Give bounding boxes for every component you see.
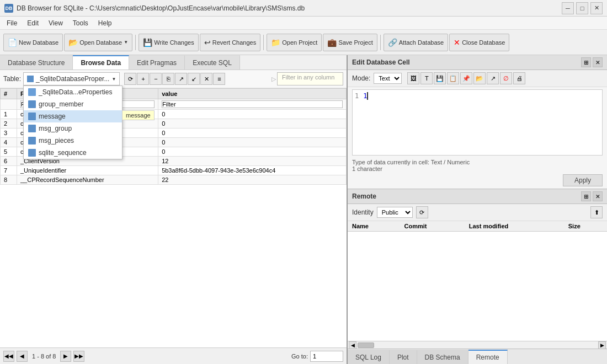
menu-view[interactable]: View — [44, 18, 67, 28]
import-icon[interactable]: ↙ — [188, 73, 200, 85]
dropdown-item-1[interactable]: group_member — [24, 98, 122, 110]
tab-browse-data[interactable]: Browse Data — [73, 55, 129, 69]
maximize-button[interactable]: □ — [576, 2, 588, 14]
edit-cell-close-button[interactable]: ✕ — [593, 57, 603, 67]
minimize-button[interactable]: ─ — [562, 2, 574, 14]
mode-select[interactable]: Text — [374, 73, 402, 84]
edit-cell-restore-button[interactable]: ⊞ — [581, 57, 591, 67]
last-page-button[interactable]: ▶▶ — [73, 351, 84, 362]
delete-row-icon[interactable]: − — [150, 73, 162, 85]
remote-header: Remote ⊞ ✕ — [348, 189, 607, 204]
scroll-left-button[interactable]: ◀ — [349, 341, 356, 349]
tab-remote[interactable]: Remote — [468, 350, 508, 364]
menu-edit[interactable]: Edit — [23, 18, 43, 28]
filter-row-num — [1, 99, 17, 110]
remote-col-name: Name — [348, 221, 400, 232]
export-icon[interactable]: ↗ — [175, 73, 187, 85]
tab-db-schema[interactable]: DB Schema — [417, 350, 468, 364]
mode-icon-print[interactable]: 🖨 — [513, 72, 525, 84]
revert-changes-button[interactable]: ↩ Revert Changes — [200, 34, 261, 51]
open-db-chevron[interactable]: ▼ — [124, 40, 128, 45]
remote-close-button[interactable]: ✕ — [593, 191, 603, 201]
row-num: 6 — [1, 157, 17, 166]
refresh-table-icon[interactable]: ⟳ — [124, 73, 136, 85]
prev-page-button[interactable]: ◀ — [17, 351, 28, 362]
mode-icon-save[interactable]: 💾 — [434, 72, 446, 84]
table-row: 7 _UniqueIdentifier 5b3a8f6d-5dbb-4097-9… — [1, 166, 347, 175]
dropdown-item-5[interactable]: sqlite_sequence — [24, 147, 122, 159]
mode-icon-img[interactable]: 🖼 — [407, 72, 419, 84]
row-num: 1 — [1, 110, 17, 119]
mode-icon-text[interactable]: T — [420, 72, 433, 84]
tab-execute-sql[interactable]: Execute SQL — [185, 55, 240, 69]
open-database-button[interactable]: 📂 Open Database ▼ — [64, 34, 132, 51]
filter-arrow-icon: ▷ — [271, 76, 276, 83]
row-val: 0 — [158, 138, 347, 147]
tab-edit-pragmas[interactable]: Edit Pragmas — [129, 55, 185, 69]
new-database-button[interactable]: 📄 New Database — [3, 34, 63, 51]
next-page-button[interactable]: ▶ — [60, 351, 71, 362]
dropdown-item-3[interactable]: msg_group — [24, 122, 122, 135]
filter-input[interactable]: Filter in any column — [277, 72, 343, 85]
tab-sql-log[interactable]: SQL Log — [348, 350, 390, 364]
cell-editor[interactable]: 1 1 — [352, 89, 603, 156]
write-changes-button[interactable]: 💾 Write Changes — [139, 34, 199, 51]
identity-select[interactable]: Public Private — [377, 207, 413, 218]
col-header-num: # — [1, 89, 17, 99]
dup-row-icon[interactable]: ⎘ — [162, 73, 174, 85]
mode-icon-paste[interactable]: 📌 — [460, 72, 472, 84]
remote-col-modified: Last modified — [465, 221, 564, 232]
tab-plot[interactable]: Plot — [390, 350, 417, 364]
identity-refresh-button[interactable]: ⟳ — [416, 206, 428, 218]
mode-icon-null[interactable]: ∅ — [500, 72, 512, 84]
scroll-thumb[interactable] — [358, 342, 374, 348]
remote-table-header: Name Commit Last modified Size — [348, 221, 607, 232]
dropdown-item-label-1: group_member — [39, 100, 83, 108]
goto-input[interactable] — [310, 351, 343, 362]
titlebar-left: DB DB Browser for SQLite - C:\Users\cmna… — [4, 4, 305, 13]
scroll-right-button[interactable]: ▶ — [598, 341, 606, 349]
menu-file[interactable]: File — [2, 18, 22, 28]
app-icon: DB — [4, 4, 13, 13]
titlebar: DB DB Browser for SQLite - C:\Users\cmna… — [0, 0, 607, 17]
remote-restore-button[interactable]: ⊞ — [581, 191, 591, 201]
dropdown-item-4[interactable]: msg_pieces — [24, 135, 122, 147]
remote-table-container: Name Commit Last modified Size — [348, 221, 607, 341]
mode-icon-copy[interactable]: 📋 — [447, 72, 459, 84]
first-page-button[interactable]: ◀◀ — [3, 351, 14, 362]
row-num: 7 — [1, 166, 17, 175]
dropdown-item-0[interactable]: _SqliteData...eProperties — [24, 86, 122, 98]
identity-row: Identity Public Private ⟳ ⬆ — [348, 204, 607, 221]
mode-icon-export[interactable]: ↗ — [487, 72, 499, 84]
filter-val-input[interactable] — [162, 100, 343, 108]
table-dropdown-button[interactable]: _SqliteDatabaseProper... ▼ — [23, 72, 120, 85]
save-proj-label: Save Project — [338, 39, 372, 46]
row-val: 0 — [158, 129, 347, 138]
save-proj-icon: 💼 — [327, 38, 337, 47]
open-project-button[interactable]: 📁 Open Project — [267, 34, 322, 51]
new-db-label: New Database — [19, 39, 58, 46]
save-project-button[interactable]: 💼 Save Project — [323, 34, 377, 51]
table-dropdown-menu: _SqliteData...eProperties group_member m… — [23, 85, 123, 159]
table-item-icon-4 — [28, 137, 36, 144]
menu-tools[interactable]: Tools — [68, 18, 93, 28]
menu-help[interactable]: Help — [94, 18, 116, 28]
apply-button[interactable]: Apply — [563, 174, 603, 186]
dropdown-item-2[interactable]: message message — [24, 110, 122, 122]
tab-database-structure[interactable]: Database Structure — [0, 55, 73, 69]
insert-row-icon[interactable]: + — [137, 73, 149, 85]
row-val: 0 — [158, 119, 347, 129]
attach-database-button[interactable]: 🔗 Attach Database — [384, 34, 448, 51]
row-num: 3 — [1, 129, 17, 138]
remote-header-controls: ⊞ ✕ — [581, 191, 603, 201]
remote-upload-button[interactable]: ⬆ — [590, 206, 603, 218]
main-layout: Database Structure Browse Data Edit Prag… — [0, 55, 607, 364]
row-col: __CPRecordSequenceNumber — [17, 175, 158, 185]
page-info: 1 - 8 of 8 — [32, 353, 56, 360]
close-button[interactable]: ✕ — [590, 2, 603, 14]
clear-filter-icon[interactable]: ✕ — [200, 73, 212, 85]
close-database-button[interactable]: ✕ Close Database — [449, 34, 509, 51]
main-tabs: Database Structure Browse Data Edit Prag… — [0, 55, 347, 70]
col-settings-icon[interactable]: ≡ — [213, 73, 225, 85]
mode-icon-open[interactable]: 📂 — [473, 72, 486, 84]
